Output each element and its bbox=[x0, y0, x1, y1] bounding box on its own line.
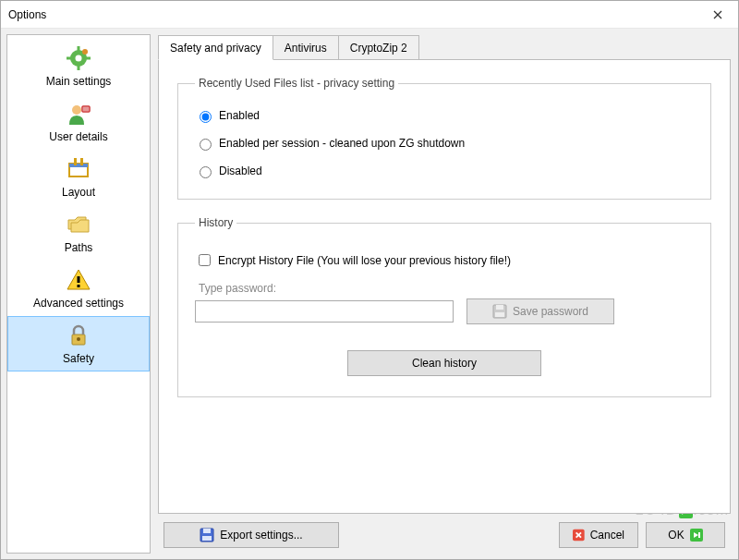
close-button[interactable] bbox=[697, 1, 738, 28]
tab-safety-privacy[interactable]: Safety and privacy bbox=[158, 35, 273, 60]
tab-label: Safety and privacy bbox=[170, 42, 261, 55]
radio-disabled-input[interactable] bbox=[200, 166, 212, 178]
footer: Export settings... Cancel OK bbox=[158, 514, 731, 554]
svg-rect-16 bbox=[80, 158, 83, 165]
button-label: Save password bbox=[513, 305, 588, 318]
tab-label: CryptoZip 2 bbox=[350, 42, 407, 55]
lock-icon bbox=[64, 321, 93, 350]
sidebar-item-layout[interactable]: Layout bbox=[7, 150, 150, 205]
sidebar-item-label: Safety bbox=[63, 352, 94, 365]
window-title: Options bbox=[8, 8, 697, 21]
checkbox-label: Encrypt History File (You will lose your… bbox=[218, 254, 511, 267]
export-settings-button[interactable]: Export settings... bbox=[164, 522, 339, 548]
close-icon bbox=[713, 10, 722, 19]
tab-panel: Recently Used Files list - privacy setti… bbox=[158, 59, 731, 514]
ok-arrow-icon bbox=[690, 529, 703, 542]
warning-icon bbox=[64, 265, 93, 295]
tabstrip: Safety and privacy Antivirus CryptoZip 2 bbox=[158, 34, 731, 59]
button-label: Export settings... bbox=[220, 529, 302, 542]
radio-enabled-per-session[interactable]: Enabled per session - cleaned upon ZG sh… bbox=[195, 136, 694, 151]
radio-enabled[interactable]: Enabled bbox=[195, 108, 694, 123]
history-group: History Encrypt History File (You will l… bbox=[177, 216, 711, 397]
radio-label: Enabled per session - cleaned upon ZG sh… bbox=[219, 137, 465, 150]
sidebar-item-user-details[interactable]: User details bbox=[7, 94, 150, 150]
titlebar: Options bbox=[1, 1, 738, 29]
svg-rect-15 bbox=[74, 158, 77, 165]
layout-icon bbox=[64, 154, 93, 184]
svg-point-8 bbox=[82, 49, 88, 55]
button-label: Cancel bbox=[590, 529, 624, 542]
radio-label: Enabled bbox=[219, 109, 260, 122]
encrypt-history-checkbox[interactable]: Encrypt History File (You will lose your… bbox=[195, 251, 694, 269]
radio-disabled[interactable]: Disabled bbox=[195, 164, 694, 178]
svg-rect-4 bbox=[78, 46, 80, 51]
password-label: Type password: bbox=[199, 282, 694, 295]
svg-rect-7 bbox=[86, 57, 91, 60]
svg-rect-23 bbox=[495, 312, 504, 317]
privacy-legend: Recently Used Files list - privacy setti… bbox=[195, 77, 398, 90]
sidebar-item-paths[interactable]: Paths bbox=[7, 205, 150, 261]
save-password-button[interactable]: Save password bbox=[466, 298, 614, 324]
sidebar: Main settings User details bbox=[6, 34, 151, 554]
user-icon bbox=[64, 99, 93, 128]
window-body: Main settings User details bbox=[1, 29, 738, 559]
svg-rect-31 bbox=[698, 532, 700, 538]
button-label: Clean history bbox=[412, 357, 477, 370]
svg-rect-6 bbox=[67, 57, 71, 60]
svg-point-20 bbox=[77, 337, 80, 341]
svg-rect-18 bbox=[78, 285, 80, 287]
encrypt-checkbox-input[interactable] bbox=[199, 254, 211, 266]
clean-history-button[interactable]: Clean history bbox=[347, 350, 541, 376]
sidebar-item-label: Main settings bbox=[46, 75, 112, 88]
privacy-group: Recently Used Files list - privacy setti… bbox=[177, 77, 711, 200]
sidebar-item-label: Advanced settings bbox=[33, 297, 124, 310]
tab-cryptozip[interactable]: CryptoZip 2 bbox=[338, 35, 419, 60]
password-input[interactable] bbox=[195, 300, 454, 323]
button-label: OK bbox=[668, 529, 684, 542]
cancel-button[interactable]: Cancel bbox=[559, 522, 638, 548]
svg-rect-26 bbox=[202, 536, 212, 541]
svg-rect-14 bbox=[69, 164, 88, 167]
svg-rect-22 bbox=[496, 305, 503, 310]
svg-rect-17 bbox=[78, 276, 80, 283]
radio-enabled-input[interactable] bbox=[200, 111, 212, 123]
gear-icon bbox=[64, 43, 93, 73]
svg-point-9 bbox=[72, 105, 81, 115]
main-panel: Safety and privacy Antivirus CryptoZip 2… bbox=[154, 29, 738, 559]
svg-point-3 bbox=[76, 55, 82, 62]
sidebar-item-advanced-settings[interactable]: Advanced settings bbox=[7, 261, 150, 316]
save-icon bbox=[492, 304, 507, 319]
sidebar-item-label: User details bbox=[49, 130, 107, 143]
tab-label: Antivirus bbox=[285, 42, 327, 55]
cancel-icon bbox=[573, 529, 585, 542]
sidebar-item-label: Paths bbox=[65, 241, 93, 254]
sidebar-item-safety[interactable]: Safety bbox=[7, 316, 150, 371]
sidebar-item-main-settings[interactable]: Main settings bbox=[7, 39, 150, 94]
history-legend: History bbox=[195, 216, 236, 229]
svg-rect-25 bbox=[203, 529, 211, 533]
save-icon bbox=[200, 528, 214, 542]
radio-session-input[interactable] bbox=[200, 139, 212, 151]
folder-icon bbox=[64, 210, 93, 239]
svg-rect-10 bbox=[82, 106, 90, 112]
sidebar-item-label: Layout bbox=[62, 186, 95, 199]
tab-antivirus[interactable]: Antivirus bbox=[273, 35, 339, 60]
radio-label: Disabled bbox=[219, 164, 262, 177]
svg-rect-5 bbox=[78, 66, 80, 70]
options-window: Options bbox=[0, 0, 739, 560]
ok-button[interactable]: OK bbox=[646, 522, 725, 548]
